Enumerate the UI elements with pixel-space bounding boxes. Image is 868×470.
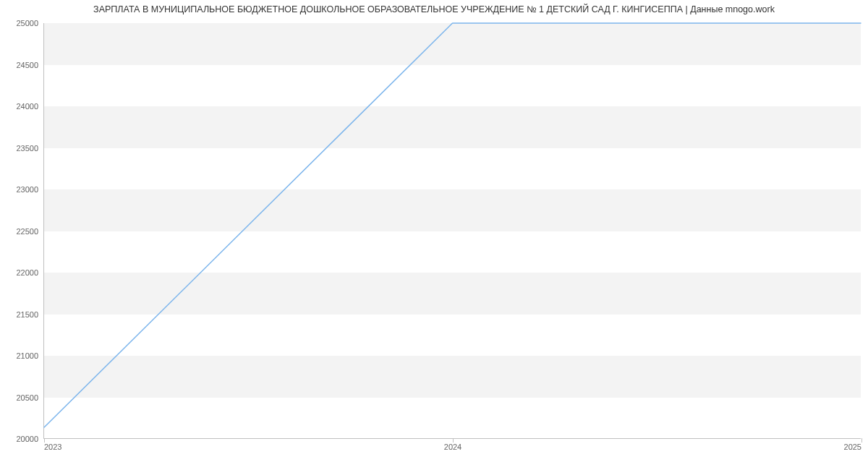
y-tick-label: 25000 <box>16 19 38 27</box>
x-tick-mark <box>453 438 454 443</box>
chart-title: ЗАРПЛАТА В МУНИЦИПАЛЬНОЕ БЮДЖЕТНОЕ ДОШКО… <box>0 4 868 14</box>
y-tick-label: 21000 <box>16 351 38 360</box>
y-tick-label: 21500 <box>16 310 38 319</box>
series-line <box>44 23 861 427</box>
plot-area: 2000020500210002150022000225002300023500… <box>43 23 861 439</box>
y-tick-label: 24500 <box>16 61 38 69</box>
y-tick-label: 20000 <box>16 435 38 443</box>
y-tick-label: 20500 <box>16 393 38 402</box>
y-tick-label: 22500 <box>16 227 38 236</box>
y-tick-label: 22000 <box>16 268 38 277</box>
x-tick-label: 2025 <box>844 443 861 451</box>
x-tick-label: 2023 <box>44 443 61 451</box>
chart-container: ЗАРПЛАТА В МУНИЦИПАЛЬНОЕ БЮДЖЕТНОЕ ДОШКО… <box>0 0 868 470</box>
y-tick-label: 23000 <box>16 185 38 194</box>
x-tick-mark <box>44 438 45 443</box>
x-tick-label: 2024 <box>444 443 461 451</box>
plot-background: 2000020500210002150022000225002300023500… <box>43 23 861 439</box>
x-tick-mark <box>861 438 862 443</box>
y-tick-label: 24000 <box>16 102 38 111</box>
y-tick-label: 23500 <box>16 144 38 153</box>
